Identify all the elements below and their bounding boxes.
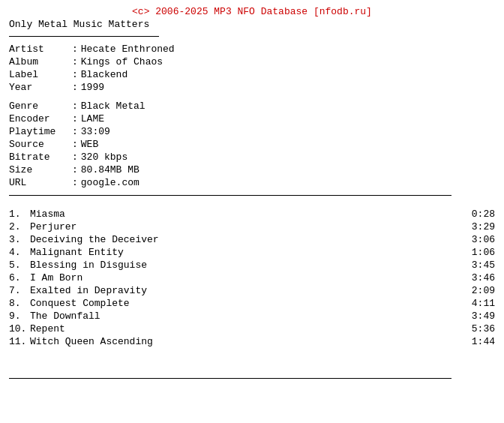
size-label: Size bbox=[9, 164, 69, 176]
track-number: 8. bbox=[9, 298, 30, 309]
year-label: Year bbox=[9, 81, 69, 94]
url-colon: : bbox=[69, 176, 81, 189]
bitrate-value: 320 kbps bbox=[81, 151, 146, 164]
track-title: Miasma bbox=[30, 208, 65, 220]
album-label: Album bbox=[9, 56, 69, 68]
genre-colon: : bbox=[69, 100, 81, 112]
track-number: 6. bbox=[9, 272, 30, 284]
track-number: 4. bbox=[9, 247, 30, 258]
size-colon: : bbox=[69, 164, 81, 176]
track-number: 5. bbox=[9, 260, 30, 271]
encoder-value: LAME bbox=[81, 112, 146, 125]
track-title: Exalted in Depravity bbox=[30, 285, 147, 296]
track-row: 5.Blessing in Disguise3:45 bbox=[9, 259, 495, 272]
track-row: 1.Miasma0:28 bbox=[9, 208, 495, 220]
year-colon: : bbox=[69, 81, 81, 94]
track-row: 10.Repent5:36 bbox=[9, 322, 495, 335]
track-title: Blessing in Disguise bbox=[30, 260, 147, 271]
album-value: Kings of Chaos bbox=[81, 56, 175, 68]
track-duration: 1:06 bbox=[458, 247, 495, 258]
track-number: 10. bbox=[9, 323, 30, 334]
source-value: WEB bbox=[81, 138, 146, 151]
playtime-value: 33:09 bbox=[81, 125, 146, 138]
track-duration: 5:36 bbox=[458, 323, 495, 334]
url-value: google.com bbox=[81, 176, 146, 189]
size-value: 80.84MB MB bbox=[81, 164, 146, 176]
track-duration: 1:44 bbox=[458, 336, 495, 347]
source-label: Source bbox=[9, 138, 69, 151]
track-number: 7. bbox=[9, 285, 30, 296]
genre-label: Genre bbox=[9, 100, 69, 112]
tech-info-table: Genre : Black Metal Encoder : LAME Playt… bbox=[9, 100, 146, 189]
track-duration: 3:45 bbox=[458, 260, 495, 271]
genre-value: Black Metal bbox=[81, 100, 146, 112]
track-number: 9. bbox=[9, 310, 30, 322]
label-label: Label bbox=[9, 68, 69, 81]
track-duration: 3:06 bbox=[458, 234, 495, 245]
label-value: Blackend bbox=[81, 68, 175, 81]
artist-label: Artist bbox=[9, 43, 69, 56]
track-row: 9.The Downfall3:49 bbox=[9, 310, 495, 322]
track-duration: 4:11 bbox=[458, 298, 495, 309]
encoder-label: Encoder bbox=[9, 112, 69, 125]
site-title: Only Metal Music Matters bbox=[9, 19, 495, 30]
label-colon: : bbox=[69, 68, 81, 81]
year-value: 1999 bbox=[81, 81, 175, 94]
track-duration: 3:49 bbox=[458, 310, 495, 322]
track-duration: 3:29 bbox=[458, 221, 495, 232]
bottom-section bbox=[9, 378, 495, 379]
track-duration: 0:28 bbox=[458, 208, 495, 220]
top-divider bbox=[9, 36, 159, 37]
tracklist: 1.Miasma0:282.Perjurer3:293.Deceiving th… bbox=[9, 208, 495, 348]
track-duration: 3:46 bbox=[458, 272, 495, 284]
track-title: I Am Born bbox=[30, 272, 82, 284]
source-colon: : bbox=[69, 138, 81, 151]
track-row: 3.Deceiving the Deceiver3:06 bbox=[9, 233, 495, 246]
middle-divider bbox=[9, 195, 452, 196]
track-title: The Downfall bbox=[30, 310, 100, 322]
track-title: Conquest Complete bbox=[30, 298, 130, 309]
playtime-colon: : bbox=[69, 125, 81, 138]
track-number: 3. bbox=[9, 234, 30, 245]
track-title: Malignant Entity bbox=[30, 247, 124, 258]
track-title: Witch Queen Ascending bbox=[30, 336, 153, 347]
bitrate-label: Bitrate bbox=[9, 151, 69, 164]
track-title: Deceiving the Deceiver bbox=[30, 234, 159, 245]
track-title: Repent bbox=[30, 323, 65, 334]
track-number: 1. bbox=[9, 208, 30, 220]
track-duration: 2:09 bbox=[458, 285, 495, 296]
track-title: Perjurer bbox=[30, 221, 76, 232]
album-colon: : bbox=[69, 56, 81, 68]
track-number: 2. bbox=[9, 221, 30, 232]
track-row: 4.Malignant Entity1:06 bbox=[9, 246, 495, 259]
copyright: <c> 2006-2025 MP3 NFO Database [nfodb.ru… bbox=[9, 6, 495, 17]
bottom-divider bbox=[9, 378, 452, 379]
track-row: 6.I Am Born3:46 bbox=[9, 272, 495, 284]
artist-value: Hecate Enthroned bbox=[81, 43, 175, 56]
url-label: URL bbox=[9, 176, 69, 189]
track-row: 7.Exalted in Depravity2:09 bbox=[9, 284, 495, 297]
track-row: 2.Perjurer3:29 bbox=[9, 220, 495, 233]
encoder-colon: : bbox=[69, 112, 81, 125]
artist-colon: : bbox=[69, 43, 81, 56]
track-row: 11.Witch Queen Ascending1:44 bbox=[9, 335, 495, 348]
track-number: 11. bbox=[9, 336, 30, 347]
track-row: 8.Conquest Complete4:11 bbox=[9, 297, 495, 310]
bitrate-colon: : bbox=[69, 151, 81, 164]
info-table: Artist : Hecate Enthroned Album : Kings … bbox=[9, 43, 175, 94]
playtime-label: Playtime bbox=[9, 125, 69, 138]
